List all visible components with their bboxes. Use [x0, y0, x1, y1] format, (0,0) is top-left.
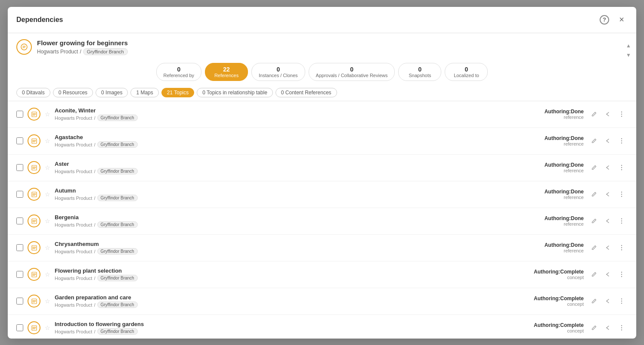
svg-point-34 [621, 274, 622, 275]
item-content-4: Bergenia Hogwarts Product / Gryffindor B… [55, 214, 519, 228]
doc-details: Flower growing for beginners Hogwarts Pr… [37, 39, 128, 55]
modal-overlay: Dependencies ? × Flower growing for begi… [0, 0, 644, 345]
svg-point-10 [621, 143, 622, 143]
item-doc-icon-1 [28, 134, 40, 147]
item-edit-button-0[interactable] [588, 108, 600, 120]
tab-snapshots[interactable]: 0Snapshots [398, 63, 441, 81]
tab-instances-clones[interactable]: 0Instances / Clones [251, 63, 305, 81]
item-back-button-5[interactable] [602, 242, 614, 254]
tab-referenced-by[interactable]: 0Referenced by [156, 63, 202, 81]
item-status-7: Authoring:Complete concept [523, 295, 584, 307]
item-back-button-4[interactable] [602, 215, 614, 227]
item-checkbox-4[interactable] [16, 218, 23, 224]
item-star-8[interactable]: ☆ [45, 324, 50, 331]
item-actions-4 [588, 215, 628, 227]
item-back-button-8[interactable] [602, 322, 614, 334]
item-checkbox-6[interactable] [16, 271, 23, 278]
help-icon: ? [600, 15, 609, 25]
item-checkbox-0[interactable] [16, 111, 23, 118]
item-checkbox-8[interactable] [16, 324, 23, 331]
item-star-2[interactable]: ☆ [45, 164, 50, 171]
item-back-button-6[interactable] [602, 268, 614, 280]
breadcrumb-base: Hogwarts Product [37, 49, 78, 55]
item-checkbox-5[interactable] [16, 244, 23, 251]
item-branch-3: Gryffindor Branch [97, 195, 138, 201]
item-title-0: Aconite, Winter [55, 107, 519, 114]
svg-point-14 [621, 167, 622, 168]
tabs-container: 0Referenced by22References0Instances / C… [8, 63, 636, 81]
item-edit-button-5[interactable] [588, 242, 600, 254]
list-item: ☆ Chrysanthemum Hogwarts Product / Gryff… [8, 235, 636, 261]
item-checkbox-2[interactable] [16, 164, 23, 171]
svg-point-30 [621, 249, 622, 250]
list-item: ☆ Flowering plant selection Hogwarts Pro… [8, 261, 636, 288]
help-button[interactable]: ? [598, 14, 610, 26]
item-star-5[interactable]: ☆ [45, 244, 50, 251]
item-status-type-6: concept [523, 275, 584, 280]
item-status-3: Authoring:Done reference [523, 189, 584, 200]
item-edit-button-2[interactable] [588, 162, 600, 174]
list-item: ☆ Agastache Hogwarts Product / Gryffindo… [8, 128, 636, 155]
item-more-button-1[interactable] [616, 135, 628, 147]
filter-maps[interactable]: 1 Maps [130, 88, 158, 97]
item-more-button-2[interactable] [616, 162, 628, 174]
item-status-label-7: Authoring:Complete [523, 295, 584, 301]
item-meta-5: Hogwarts Product / Gryffindor Branch [55, 248, 519, 255]
item-more-button-4[interactable] [616, 215, 628, 227]
item-more-button-8[interactable] [616, 322, 628, 334]
item-edit-button-7[interactable] [588, 295, 600, 307]
filter-content-refs[interactable]: 0 Content References [276, 88, 337, 97]
item-back-button-2[interactable] [602, 162, 614, 174]
item-back-button-1[interactable] [602, 135, 614, 147]
item-more-button-0[interactable] [616, 108, 628, 120]
item-edit-button-3[interactable] [588, 188, 600, 200]
item-star-4[interactable]: ☆ [45, 218, 50, 224]
item-edit-button-1[interactable] [588, 135, 600, 147]
item-more-button-7[interactable] [616, 295, 628, 307]
filter-ditavals[interactable]: 0 Ditavals [16, 88, 50, 97]
item-more-button-6[interactable] [616, 268, 628, 280]
filter-topics-rel[interactable]: 0 Topics in relationship table [197, 88, 273, 97]
item-more-button-5[interactable] [616, 242, 628, 254]
item-star-7[interactable]: ☆ [45, 298, 50, 305]
item-back-button-7[interactable] [602, 295, 614, 307]
close-button[interactable]: × [616, 14, 628, 26]
list-item: ☆ Introduction to flowering gardens Hogw… [8, 315, 636, 339]
item-branch-2: Gryffindor Branch [97, 168, 138, 174]
filter-resources[interactable]: 0 Resources [53, 88, 93, 97]
item-checkbox-1[interactable] [16, 137, 23, 144]
item-doc-icon-2 [28, 161, 40, 174]
item-actions-2 [588, 162, 628, 174]
item-content-5: Chrysanthemum Hogwarts Product / Gryffin… [55, 241, 519, 255]
item-checkbox-3[interactable] [16, 191, 23, 198]
item-back-button-3[interactable] [602, 188, 614, 200]
item-doc-icon-8 [28, 321, 40, 334]
item-branch-8: Gryffindor Branch [97, 328, 138, 335]
tab-approvals[interactable]: 0Approvals / Collaborative Reviews [309, 63, 395, 81]
modal-header-actions: ? × [598, 14, 628, 26]
item-doc-icon-4 [28, 214, 40, 227]
item-checkbox-7[interactable] [16, 298, 23, 305]
scroll-up-button[interactable]: ▲ [624, 41, 633, 50]
item-meta-1: Hogwarts Product / Gryffindor Branch [55, 141, 519, 148]
svg-point-3 [621, 112, 622, 112]
filter-images[interactable]: 0 Images [96, 88, 128, 97]
item-back-button-0[interactable] [602, 108, 614, 120]
item-star-6[interactable]: ☆ [45, 271, 50, 278]
item-more-button-3[interactable] [616, 188, 628, 200]
item-star-1[interactable]: ☆ [45, 137, 50, 144]
doc-info: Flower growing for beginners Hogwarts Pr… [8, 33, 636, 59]
item-star-3[interactable]: ☆ [45, 191, 50, 198]
item-actions-5 [588, 242, 628, 254]
tab-localized-to[interactable]: 0Localized to [445, 63, 488, 81]
item-edit-button-4[interactable] [588, 215, 600, 227]
item-star-0[interactable]: ☆ [45, 111, 50, 118]
tab-references[interactable]: 22References [205, 63, 248, 81]
scroll-down-button[interactable]: ▼ [624, 51, 633, 59]
item-edit-button-6[interactable] [588, 268, 600, 280]
filter-topics[interactable]: 21 Topics [161, 88, 194, 97]
item-edit-button-8[interactable] [588, 322, 600, 334]
item-status-type-7: concept [523, 301, 584, 307]
svg-point-39 [621, 301, 622, 301]
content-area[interactable]: ☆ Aconite, Winter Hogwarts Product / Gry… [8, 101, 636, 339]
